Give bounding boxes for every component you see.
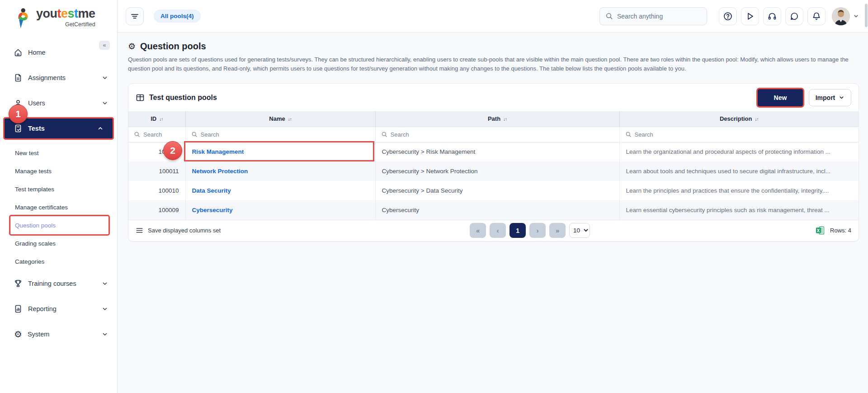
sidebar-item-new-test[interactable]: New test	[0, 144, 117, 162]
pool-id: 100012	[128, 142, 185, 161]
pool-description: Learn the organizational and procedural …	[619, 142, 859, 161]
topbar: All pools(4)	[118, 0, 868, 33]
pool-link[interactable]: Risk Management	[192, 148, 244, 155]
home-icon	[14, 48, 23, 57]
sidebar-item-system[interactable]: ⚙ System	[0, 324, 117, 344]
sort-icon[interactable]: ↓↑	[159, 117, 163, 122]
pool-link[interactable]: Cybersecurity	[192, 207, 233, 213]
trophy-icon	[14, 279, 23, 288]
chevron-down-icon	[102, 100, 108, 106]
pool-path: Cybersecurity > Data Security	[375, 181, 619, 200]
hamburger-lines-icon	[136, 227, 143, 234]
sidebar-item-users[interactable]: Users	[0, 93, 117, 113]
pagination-next-button[interactable]: ›	[529, 223, 546, 238]
sort-icon[interactable]: ↓↑	[755, 117, 759, 122]
table-footer: Save displayed columns set « ‹ 1 › » 10	[128, 220, 859, 241]
document-icon	[14, 73, 23, 82]
card-title: Test question pools	[136, 93, 217, 102]
description-search[interactable]	[620, 131, 859, 138]
column-header-path[interactable]: Path↓↑	[375, 111, 619, 127]
page-size-select[interactable]: 10	[569, 223, 590, 238]
path-search[interactable]	[376, 131, 619, 138]
global-search-input[interactable]	[617, 13, 701, 20]
sort-icon[interactable]: ↓↑	[288, 117, 292, 122]
sidebar-item-label: Users	[28, 99, 102, 107]
column-header-name[interactable]: Name↓↑	[185, 111, 375, 127]
sidebar-item-training-courses[interactable]: Training courses	[0, 274, 117, 294]
sidebar-collapse-button[interactable]: «	[99, 41, 110, 50]
page-title: ⚙ Question pools	[128, 41, 859, 52]
excel-export-icon[interactable]	[816, 226, 825, 235]
rows-count: Rows: 4	[830, 227, 851, 234]
tests-subnav: New test Manage tests Test templates Man…	[0, 144, 117, 270]
id-search[interactable]	[128, 131, 185, 138]
pool-name-cell: Cybersecurity	[185, 200, 375, 220]
column-header-id[interactable]: ID↓↑	[128, 111, 185, 127]
pool-path: Cybersecurity > Risk Management	[375, 142, 619, 161]
pool-name-cell: Data Security	[185, 181, 375, 200]
pool-link[interactable]: Network Protection	[192, 168, 248, 175]
sidebar-item-reporting[interactable]: Reporting	[0, 299, 117, 319]
id-search-input[interactable]	[143, 131, 180, 138]
table-search-row	[128, 127, 859, 142]
table-header-row: ID↓↑ Name↓↑ Path↓↑ Description↓↑	[128, 111, 859, 127]
pool-name-cell: Network Protection	[185, 161, 375, 181]
search-icon	[381, 131, 387, 137]
pool-name-cell: Risk Management	[185, 142, 375, 161]
pagination-last-button[interactable]: »	[549, 223, 566, 238]
search-icon	[191, 131, 198, 137]
help-button[interactable]	[719, 7, 737, 25]
save-columns-control[interactable]: Save displayed columns set	[136, 227, 221, 234]
sidebar-item-label: Tests	[28, 125, 97, 132]
brand-logo-icon	[15, 7, 33, 31]
sort-icon[interactable]: ↓↑	[503, 117, 507, 122]
chevron-down-icon	[102, 280, 108, 287]
sidebar-nav: Home Assignments Users	[0, 43, 117, 344]
pagination-prev-button[interactable]: ‹	[490, 223, 506, 238]
support-headset-button[interactable]	[763, 7, 781, 25]
app-root: youtestme GetCertified « Home Assignment…	[0, 0, 868, 393]
chevron-down-icon	[102, 331, 108, 337]
chevron-down-icon	[102, 306, 108, 312]
sidebar-item-grading-scales[interactable]: Grading scales	[0, 234, 117, 252]
global-search[interactable]	[599, 7, 707, 25]
play-tutorial-button[interactable]	[741, 7, 759, 25]
description-search-input[interactable]	[635, 131, 854, 138]
import-button[interactable]: Import	[809, 89, 851, 106]
pools-table: ID↓↑ Name↓↑ Path↓↑ Description↓↑	[128, 111, 859, 220]
sidebar-item-manage-tests[interactable]: Manage tests	[0, 162, 117, 180]
sidebar-item-assignments[interactable]: Assignments	[0, 68, 117, 88]
name-search-input[interactable]	[201, 131, 370, 138]
sidebar-item-categories[interactable]: Categories	[0, 252, 117, 270]
column-header-description[interactable]: Description↓↑	[619, 111, 859, 127]
table-row: 100011 Network Protection Cybersecurity …	[128, 161, 859, 181]
pool-description: Learn the principles and practices that …	[619, 181, 859, 200]
user-avatar[interactable]	[832, 7, 850, 25]
table-row: 100009 Cybersecurity Cybersecurity Learn…	[128, 200, 859, 220]
pagination-first-button[interactable]: «	[470, 223, 486, 238]
sidebar-item-question-pools[interactable]: Question pools	[10, 216, 108, 234]
sidebar-item-label: Training courses	[28, 280, 102, 287]
path-search-input[interactable]	[391, 131, 614, 138]
page-description: Question pools are sets of questions use…	[128, 55, 859, 73]
scrollbar-thumb[interactable]	[865, 4, 868, 27]
pool-id: 100009	[128, 200, 185, 220]
chevron-down-icon	[839, 95, 844, 100]
new-pool-button[interactable]: New	[758, 89, 803, 106]
all-pools-chip[interactable]: All pools(4)	[154, 9, 201, 23]
sidebar-item-manage-certificates[interactable]: Manage certificates	[0, 198, 117, 216]
pool-description: Learn about tools and techniques used to…	[619, 161, 859, 181]
sidebar-item-tests[interactable]: Tests	[5, 118, 113, 138]
account-chevron-down-icon[interactable]	[853, 13, 859, 19]
notifications-bell-button[interactable]	[807, 7, 826, 25]
topbar-icon-group	[719, 7, 826, 25]
brand-wordmark: youtestme	[36, 7, 95, 20]
pool-link[interactable]: Data Security	[192, 187, 231, 194]
pagination-page-1-button[interactable]: 1	[509, 223, 526, 238]
chevron-up-icon	[97, 125, 104, 132]
name-search[interactable]	[186, 131, 375, 138]
sidebar-item-test-templates[interactable]: Test templates	[0, 180, 117, 198]
chat-button[interactable]	[785, 7, 803, 25]
brand-subtitle: GetCertified	[36, 21, 95, 28]
menu-button[interactable]	[126, 7, 144, 25]
